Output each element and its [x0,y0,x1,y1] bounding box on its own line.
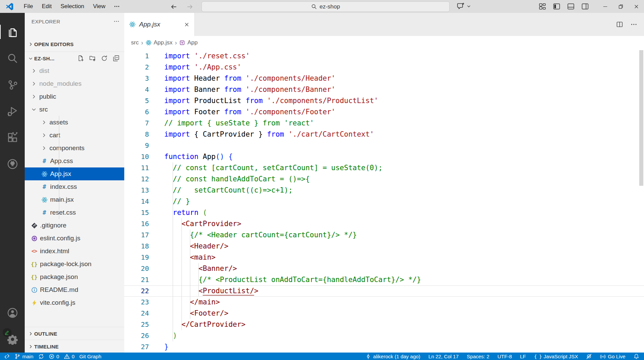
code-line-11[interactable]: 11 // const [cartCount, setCartCount] = … [124,162,644,174]
workspace-section[interactable]: EZ-SH... [25,52,124,65]
split-editor-icon[interactable] [616,21,623,28]
outline-section[interactable]: OUTLINE [25,327,124,340]
activity-source-control-icon[interactable] [0,72,25,98]
tree-item-src[interactable]: src [25,103,124,116]
tree-item-vite-config-js[interactable]: vite.config.js [25,296,124,309]
code-line-22[interactable]: 22 <ProductList/> [124,285,644,297]
code-line-20[interactable]: 20 <Banner/> [124,263,644,274]
menu-edit[interactable]: Edit [37,0,56,13]
window-restore-button[interactable] [613,0,628,13]
more-menu-icon[interactable] [110,3,124,9]
code-line-16[interactable]: 16 <CartProvider> [124,218,644,229]
navigate-back-icon[interactable] [169,2,178,11]
status-eol[interactable]: LF [520,353,526,360]
status-encoding[interactable]: UTF-8 [497,353,512,360]
code-line-10[interactable]: 10function App() { [124,151,644,162]
layout-sidebar-right-icon[interactable] [581,3,589,10]
status-warnings[interactable]: 0 [64,353,74,360]
tree-item-node-modules[interactable]: node_modules [25,77,124,90]
code-line-23[interactable]: 23 </main> [124,297,644,308]
command-center-search[interactable]: ez-shop [201,1,450,12]
status-copilot[interactable] [586,353,592,360]
tab-app-jsx[interactable]: App.jsx [124,13,195,36]
open-editors-section[interactable]: OPEN EDITORS [25,37,124,51]
activity-search-icon[interactable] [0,45,25,72]
breadcrumb-app-jsx[interactable]: App.jsx [146,39,173,46]
tree-item-index-css[interactable]: #index.css [25,180,124,193]
window-minimize-button[interactable] [597,0,613,13]
explorer-more-actions-icon[interactable] [113,18,120,24]
code-line-15[interactable]: 15 return ( [124,207,644,218]
status-branch[interactable]: main [15,353,34,360]
status-cursor-position[interactable]: Ln 22, Col 17 [428,353,458,360]
more-icon[interactable] [630,21,637,28]
collapse-all-icon[interactable] [113,55,120,62]
tree-item-components[interactable]: components [25,142,124,155]
layout-grid-icon[interactable] [539,3,546,10]
code-line-7[interactable]: 7// import { useState } from 'react' [124,118,644,129]
status-remote[interactable] [4,353,10,360]
breadcrumb-app[interactable]: App [179,39,197,46]
status-commit-info[interactable]: alikerock (1 day ago) [365,353,420,360]
tree-item-dist[interactable]: dist [25,64,124,77]
activity-debug-icon[interactable] [0,98,25,124]
code-line-19[interactable]: 19 <main> [124,252,644,263]
window-close-button[interactable] [628,0,644,13]
layout-sidebar-left-icon[interactable] [553,3,560,10]
activity-files-icon[interactable] [0,19,25,45]
code-line-25[interactable]: 25 </CartProvider> [124,319,644,330]
code-line-21[interactable]: 21 {/* <ProductList onAddToCart={handleA… [124,274,644,285]
tree-item-app-css[interactable]: #App.css [25,155,124,167]
code-line-18[interactable]: 18 <Header/> [124,241,644,252]
code-line-17[interactable]: 17 {/* <Header cartCount={cartCount}/> *… [124,229,644,241]
menu-view[interactable]: View [89,0,110,13]
tree-item-package-json[interactable]: {}package.json [25,271,124,283]
code-line-14[interactable]: 14 // } [124,196,644,207]
close-icon[interactable] [184,22,190,27]
tree-item-reset-css[interactable]: #reset.css [25,206,124,219]
code-editor[interactable]: 1import './reset.css'2import './App.css'… [124,49,644,353]
status-git-graph[interactable]: Git Graph [79,353,101,360]
new-file-icon[interactable] [77,55,84,62]
code-line-9[interactable]: 9 [124,140,644,151]
editor-scrollbar[interactable] [639,50,643,186]
status-language-mode[interactable]: { }JavaScript JSX [534,353,578,360]
code-line-12[interactable]: 12 // const handleAddToCart = ()=>{ [124,174,644,185]
status-go-live[interactable]: Go Live [600,353,625,360]
navigate-forward-icon[interactable] [186,2,194,11]
code-line-24[interactable]: 24 <Footer/> [124,308,644,319]
tree-item-index-html[interactable]: <>index.html [25,245,124,258]
code-line-8[interactable]: 8import { CartProvider } from './cart/Ca… [124,129,644,140]
layout-panel-icon[interactable] [567,3,575,10]
breadcrumb-src[interactable]: src [131,39,139,46]
code-line-26[interactable]: 26 ) [124,330,644,341]
status-sync[interactable] [38,353,44,360]
status-notifications[interactable] [634,353,639,360]
menu-selection[interactable]: Selection [56,0,89,13]
code-line-6[interactable]: 6import Footer from './components/Footer… [124,106,644,118]
activity-github-icon[interactable] [0,151,25,177]
code-line-13[interactable]: 13 // setCartCount((c)=>c+1); [124,185,644,196]
tree-item--gitignore[interactable]: .gitignore [25,219,124,232]
tree-item-public[interactable]: public [25,90,124,103]
activity-account-icon[interactable] [0,300,25,326]
new-folder-icon[interactable] [89,55,96,62]
code-line-1[interactable]: 1import './reset.css' [124,51,644,62]
refresh-icon[interactable] [101,55,108,62]
timeline-section[interactable]: TIMELINE [25,340,124,353]
tree-item-app-jsx[interactable]: App.jsx [25,167,124,180]
tree-item-eslint-config-js[interactable]: eslint.config.js [25,232,124,245]
status-indentation[interactable]: Spaces: 2 [467,353,490,360]
copilot-chat-button[interactable] [457,2,471,10]
tree-item-assets[interactable]: assets [25,116,124,129]
status-errors[interactable]: 0 [49,353,59,360]
code-line-3[interactable]: 3import Header from './components/Header… [124,73,644,84]
tree-item-main-jsx[interactable]: main.jsx [25,193,124,206]
tree-item-cart[interactable]: cart [25,129,124,142]
code-line-2[interactable]: 2import './App.css' [124,62,644,73]
activity-settings-icon[interactable] [0,326,25,353]
code-line-5[interactable]: 5import ProductList from './components/P… [124,95,644,106]
code-line-4[interactable]: 4import Banner from './components/Banner… [124,84,644,95]
tree-item-package-lock-json[interactable]: {}package-lock.json [25,258,124,271]
activity-extensions-icon[interactable] [0,124,25,151]
